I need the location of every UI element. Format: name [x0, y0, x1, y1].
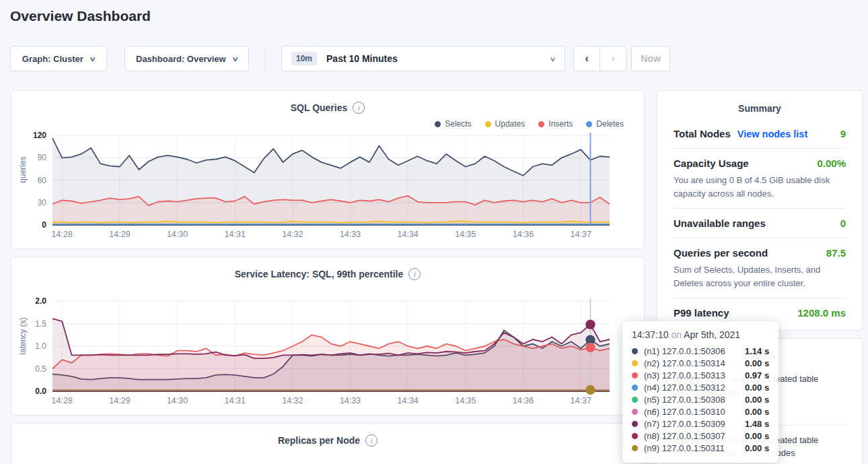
svg-text:14:31: 14:31 [225, 230, 246, 239]
dashboard-dropdown[interactable]: Dashboard: Overview ∨ [124, 46, 249, 71]
service-latency-title: Service Latency: SQL, 99th percentile [235, 269, 404, 279]
tooltip-row: (n5) 127.0.0.1:503080.00 s [632, 393, 772, 405]
time-prev-button[interactable]: ‹ [573, 46, 600, 71]
svg-text:14:35: 14:35 [455, 230, 476, 239]
node-color-dot [632, 397, 638, 403]
graph-dropdown[interactable]: Graph: Cluster ∨ [10, 46, 107, 71]
info-icon[interactable]: i [365, 434, 377, 446]
graph-dropdown-label: Graph: Cluster [22, 54, 83, 64]
svg-text:1.0: 1.0 [35, 341, 46, 351]
chevron-down-icon: ∨ [89, 55, 96, 63]
time-next-button[interactable]: › [600, 46, 626, 71]
tooltip-time: 14:37:10 [632, 329, 669, 340]
chevron-down-icon: ∨ [231, 55, 238, 63]
tooltip-row: (n9) 127.0.0.1:503110.00 s [632, 442, 772, 454]
overview-dashboard-page: Overview Dashboard Graph: Cluster ∨ Dash… [0, 0, 868, 464]
node-value: 0.00 s [745, 358, 769, 368]
p99-latency-label: P99 latency [674, 307, 729, 319]
node-value: 1.14 s [745, 346, 769, 356]
now-button[interactable]: Now [631, 46, 670, 71]
service-latency-chart[interactable]: 14:2814:2914:3014:3114:3214:3314:3414:35… [11, 295, 645, 415]
svg-text:1.5: 1.5 [35, 319, 46, 329]
sql-queries-title-row: SQL Queries i [11, 102, 644, 114]
svg-text:90: 90 [38, 153, 47, 162]
svg-text:14:32: 14:32 [282, 230, 303, 239]
node-value: 0.00 s [745, 407, 769, 417]
qps-value: 87.5 [826, 247, 846, 259]
node-value: 0.00 s [745, 431, 769, 441]
svg-text:0.5: 0.5 [35, 364, 46, 374]
node-label: (n9) 127.0.0.1:50311 [644, 443, 745, 453]
legend-item-updates[interactable]: Updates [485, 119, 526, 129]
tooltip-header: 14:37:10 on Apr 5th, 2021 [632, 329, 772, 340]
node-label: (n3) 127.0.0.1:50313 [644, 370, 745, 380]
legend-item-deletes[interactable]: Deletes [586, 119, 624, 129]
tooltip-rows: (n1) 127.0.0.1:503061.14 s(n2) 127.0.0.1… [632, 345, 772, 454]
node-value: 0.97 s [745, 370, 769, 380]
chart-hover-tooltip: 14:37:10 on Apr 5th, 2021 (n1) 127.0.0.1… [622, 321, 779, 463]
node-label: (n5) 127.0.0.1:50308 [644, 395, 745, 405]
node-color-dot [632, 360, 638, 366]
legend-dot [586, 121, 592, 127]
legend-item-selects[interactable]: Selects [435, 119, 471, 129]
node-value: 0.00 s [745, 395, 769, 405]
tooltip-date: Apr 5th, 2021 [684, 329, 740, 340]
page-title: Overview Dashboard [10, 8, 151, 24]
unavailable-ranges-value: 0 [840, 218, 846, 229]
legend-label: Selects [445, 119, 471, 129]
tooltip-row: (n1) 127.0.0.1:503061.14 s [632, 345, 772, 357]
svg-text:60: 60 [38, 176, 47, 185]
tooltip-on: on [671, 329, 682, 340]
view-nodes-list-link[interactable]: View nodes list [737, 129, 808, 139]
node-value: 1.48 s [745, 419, 769, 429]
replicas-title: Replicas per Node [278, 435, 360, 446]
svg-text:0: 0 [42, 220, 46, 230]
summary-panel: Summary Total Nodes View nodes list 9 Ca… [657, 90, 863, 331]
now-button-label: Now [641, 53, 661, 64]
node-color-dot [632, 409, 638, 415]
legend-dot [435, 121, 441, 127]
node-label: (n6) 127.0.0.1:50310 [644, 407, 745, 417]
legend-dot [538, 121, 544, 127]
node-color-dot [632, 445, 638, 451]
legend-label: Updates [495, 119, 526, 129]
tooltip-row: (n6) 127.0.0.1:503100.00 s [632, 405, 772, 418]
svg-text:14:32: 14:32 [282, 396, 303, 405]
replicas-title-row: Replicas per Node i [11, 434, 644, 446]
node-label: (n8) 127.0.0.1:50307 [644, 431, 745, 441]
summary-row-unavailable-ranges: Unavailable ranges 0 [674, 209, 846, 238]
svg-text:2.0: 2.0 [35, 296, 46, 306]
p99-latency-value: 1208.0 ms [797, 307, 846, 319]
summary-row-total-nodes: Total Nodes View nodes list 9 [674, 119, 846, 148]
svg-text:14:37: 14:37 [571, 396, 591, 405]
svg-text:14:36: 14:36 [513, 396, 534, 405]
svg-text:14:33: 14:33 [340, 396, 361, 405]
legend-item-inserts[interactable]: Inserts [538, 119, 573, 129]
info-icon[interactable]: i [353, 102, 365, 114]
service-latency-title-row: Service Latency: SQL, 99th percentile i [11, 268, 644, 280]
time-range-badge: 10m [291, 52, 317, 65]
controls-divider [265, 46, 266, 71]
svg-text:14:30: 14:30 [167, 230, 188, 239]
info-icon[interactable]: i [408, 268, 421, 280]
svg-text:30: 30 [38, 198, 47, 207]
service-latency-panel: Service Latency: SQL, 99th percentile i … [11, 257, 645, 416]
node-color-dot [632, 433, 638, 439]
capacity-usage-label: Capacity Usage [674, 158, 749, 169]
node-label: (n1) 127.0.0.1:50306 [644, 346, 745, 356]
sql-queries-panel: SQL Queries i SelectsUpdatesInsertsDelet… [11, 90, 645, 249]
svg-text:14:36: 14:36 [513, 230, 534, 239]
node-color-dot [632, 421, 638, 427]
sql-queries-chart[interactable]: 14:2814:2914:3014:3114:3214:3314:3414:35… [11, 129, 645, 248]
time-range-selector[interactable]: 10m Past 10 Minutes ∨ [281, 46, 565, 71]
svg-text:14:29: 14:29 [109, 396, 130, 405]
svg-text:14:28: 14:28 [52, 396, 73, 405]
node-color-dot [632, 372, 638, 378]
qps-label: Queries per second [674, 247, 768, 259]
svg-text:14:30: 14:30 [167, 396, 188, 405]
svg-text:14:35: 14:35 [455, 396, 476, 405]
node-label: (n2) 127.0.0.1:50314 [644, 358, 745, 368]
qps-subtext: Sum of Selects, Updates, Inserts, and De… [674, 263, 846, 290]
time-range-label: Past 10 Minutes [326, 53, 398, 64]
replicas-per-node-panel: Replicas per Node i [11, 423, 645, 464]
